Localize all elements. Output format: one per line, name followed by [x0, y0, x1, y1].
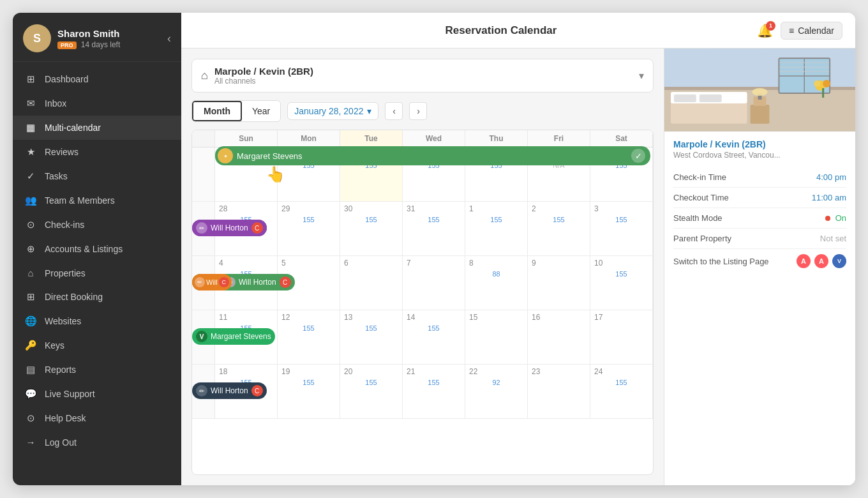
- calendar-icon: ▦: [24, 122, 37, 133]
- calendar-view-button[interactable]: ≡ Calendar: [781, 22, 842, 40]
- check-in-label: Check-in Time: [673, 172, 726, 182]
- day-cell-30[interactable]: 30 155: [340, 202, 403, 255]
- calendar-header: Sun Mon Tue Wed Thu Fri Sat: [192, 130, 653, 147]
- sidebar-item-logout[interactable]: → Log Out: [13, 430, 181, 454]
- sidebar-item-websites[interactable]: 🌐 Websites: [13, 309, 181, 333]
- day-cell-2[interactable]: 2 155: [528, 202, 590, 255]
- vrbo-icon[interactable]: V: [832, 254, 846, 268]
- day-cell-3[interactable]: 3 155: [590, 202, 653, 255]
- day-cell-14b[interactable]: 14 155: [403, 310, 465, 364]
- side-panel-property-name: Marpole / Kevin (2BR): [673, 139, 846, 149]
- pro-badge: PRO: [57, 42, 77, 49]
- property-info: Marpole / Kevin (2BR) All channels: [214, 66, 632, 86]
- cancel-icon4: C: [280, 276, 291, 288]
- week-number: [192, 147, 215, 201]
- day-cell-10[interactable]: 10 155: [590, 256, 653, 310]
- property-selector[interactable]: ⌂ Marpole / Kevin (2BR) All channels ▾: [191, 59, 654, 93]
- day-cell-16b[interactable]: 16: [528, 310, 590, 364]
- day-cell-13[interactable]: 13 155: [340, 310, 403, 364]
- edit-icon6: ✏: [196, 385, 207, 396]
- cancel-icon5: C: [219, 277, 229, 287]
- dropdown-icon: ▾: [367, 106, 371, 116]
- sidebar-item-properties[interactable]: ⌂ Properties: [13, 261, 181, 285]
- airbnb-icon-2[interactable]: A: [814, 254, 828, 268]
- direct-booking-icon: ⊞: [24, 291, 37, 303]
- booking-bar-will-dark[interactable]: ✏ Will Horton C: [192, 382, 267, 399]
- booking-bar-will-short2[interactable]: ✏ Will C: [192, 274, 232, 290]
- booking-bar-will2[interactable]: ✏ Will Horton C: [192, 220, 267, 236]
- checkout-time-row: Checkout Time 11:00 am: [673, 188, 846, 208]
- sidebar-item-inbox[interactable]: ✉ Inbox: [13, 91, 181, 116]
- sidebar-item-direct-booking[interactable]: ⊞ Direct Booking: [13, 285, 181, 309]
- day-cell-7[interactable]: 7: [403, 256, 465, 310]
- prev-month-button[interactable]: ‹: [385, 102, 403, 120]
- sidebar-item-keys[interactable]: 🔑 Keys: [13, 333, 181, 358]
- checkout-label: Checkout Time: [673, 193, 729, 202]
- main-content: Reservation Calendar 🔔 1 ≡ Calendar ⌂: [181, 13, 855, 485]
- booking-guest-name: Margaret Stevens: [237, 151, 303, 161]
- collapse-button[interactable]: ‹: [167, 32, 171, 45]
- sidebar-item-reviews[interactable]: ★ Reviews: [13, 140, 181, 164]
- svg-point-19: [823, 80, 830, 87]
- day-cell-17b[interactable]: 17: [590, 310, 653, 364]
- sidebar-item-multi-calendar[interactable]: ▦ Multi-calendar: [13, 116, 181, 140]
- day-cell-8[interactable]: 8 88: [465, 256, 528, 310]
- cursor-pointer: 👆: [266, 165, 285, 183]
- sidebar-item-helpdesk[interactable]: ⊙ Help Desk: [13, 406, 181, 430]
- day-cell-22[interactable]: 22 92: [465, 365, 528, 418]
- day-cell-29[interactable]: 29 155: [278, 202, 340, 255]
- date-picker[interactable]: January 28, 2022 ▾: [287, 102, 378, 120]
- svg-rect-12: [674, 94, 696, 102]
- edit-icon2: ✏: [196, 222, 207, 234]
- day-cell-12[interactable]: 12 155: [278, 310, 340, 364]
- switch-listing-label: Switch to the Listing Page: [673, 257, 769, 266]
- svg-rect-21: [822, 88, 824, 98]
- team-icon: 👥: [24, 195, 37, 206]
- day-cell-24[interactable]: 24 155: [590, 365, 653, 418]
- home-icon: ⌂: [201, 69, 208, 82]
- parent-property-row: Parent Property Not set: [673, 229, 846, 249]
- sidebar-item-reports[interactable]: ▤ Reports: [13, 358, 181, 382]
- sidebar-item-tasks[interactable]: ✓ Tasks: [13, 164, 181, 188]
- day-cell-23[interactable]: 23: [528, 365, 590, 418]
- switch-icons: A A V: [797, 254, 846, 268]
- dashboard-icon: ⊞: [24, 73, 37, 85]
- cancel-icon2: C: [251, 222, 263, 234]
- next-month-button[interactable]: ›: [409, 102, 427, 120]
- day-cell-20b[interactable]: 20 155: [340, 365, 403, 418]
- sidebar-item-team[interactable]: 👥 Team & Members: [13, 188, 181, 213]
- sidebar-item-live-support[interactable]: 💬 Live Support: [13, 382, 181, 406]
- stealth-dot: [825, 216, 830, 221]
- check-in-time-row: Check-in Time 4:00 pm: [673, 167, 846, 188]
- day-cell-21[interactable]: 21 155: [403, 365, 465, 418]
- calendar-list-icon: ≡: [789, 26, 794, 36]
- stealth-value: On: [825, 213, 846, 223]
- day-cell-6[interactable]: 6: [340, 256, 403, 310]
- calendar-main: ⌂ Marpole / Kevin (2BR) All channels ▾ M…: [181, 49, 664, 485]
- day-cell-1[interactable]: 1 155: [465, 202, 528, 255]
- notification-button[interactable]: 🔔 1: [757, 23, 773, 38]
- month-view-button[interactable]: Month: [192, 101, 242, 121]
- booking-bar-margaret2[interactable]: V Margaret Stevens: [192, 328, 275, 345]
- svg-rect-14: [751, 105, 770, 124]
- sidebar-item-checkins[interactable]: ⊙ Check-ins: [13, 213, 181, 237]
- day-cell-15b[interactable]: 15: [465, 310, 528, 364]
- sidebar-item-dashboard[interactable]: ⊞ Dashboard: [13, 67, 181, 91]
- topbar: Reservation Calendar 🔔 1 ≡ Calendar: [181, 13, 855, 49]
- user-sub: PRO 14 days left: [57, 40, 161, 49]
- calendar-week-4: 11 155 12 155 13 155 14: [192, 310, 653, 365]
- tasks-icon: ✓: [24, 170, 37, 182]
- day-cell-9[interactable]: 9: [528, 256, 590, 310]
- year-view-button[interactable]: Year: [242, 101, 280, 121]
- day-cell-31[interactable]: 31 155: [403, 202, 465, 255]
- sidebar-item-accounts[interactable]: ⊕ Accounts & Listings: [13, 237, 181, 261]
- reviews-icon: ★: [24, 146, 37, 158]
- helpdesk-icon: ⊙: [24, 412, 37, 424]
- property-name: Marpole / Kevin (2BR): [214, 66, 632, 77]
- day-cell-19b[interactable]: 19 155: [278, 365, 340, 418]
- side-panel: Marpole / Kevin (2BR) West Cordova Stree…: [664, 49, 855, 485]
- topbar-right: 🔔 1 ≡ Calendar: [757, 22, 842, 40]
- chevron-down-icon: ▾: [639, 70, 644, 82]
- checkout-value: 11:00 am: [812, 193, 846, 202]
- airbnb-icon-1[interactable]: A: [797, 254, 811, 268]
